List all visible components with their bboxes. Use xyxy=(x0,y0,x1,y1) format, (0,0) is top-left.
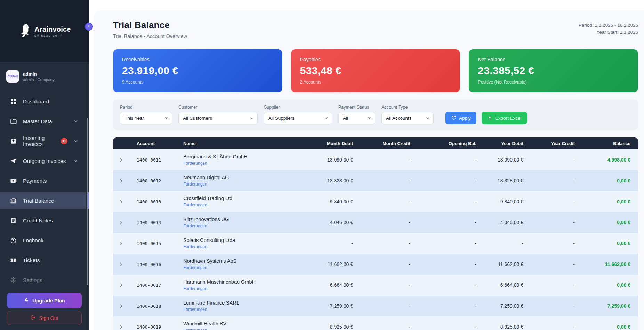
column-header-month-credit: Month Credit xyxy=(353,141,410,146)
sidebar-item-label: Logbook xyxy=(23,237,43,243)
row-expand-button[interactable] xyxy=(113,241,129,246)
filter-value: All Accounts xyxy=(386,116,412,121)
cell-account-type: Forderungen xyxy=(183,265,297,270)
upgrade-plan-button[interactable]: Upgrade Plan xyxy=(7,293,82,308)
download-icon xyxy=(487,115,492,121)
row-expand-button[interactable] xyxy=(113,325,129,329)
avatar: Arainvo BY REAL-SOFT xyxy=(6,70,19,83)
table-row[interactable]: 1400-0012 Neumann Digital AG Forderungen… xyxy=(113,170,638,191)
cell-year-debit: - xyxy=(476,241,523,246)
cell-year-credit: - xyxy=(523,282,575,288)
table-row[interactable]: 1400-0014 Blitz Innovations UG Forderung… xyxy=(113,212,638,233)
column-header-account: Account xyxy=(129,141,175,146)
user-name: admin xyxy=(23,71,55,77)
cell-name: Crossfield Trading Ltd xyxy=(183,196,297,201)
cell-opening-bal: - xyxy=(410,157,476,163)
card-label: Payables xyxy=(300,57,451,62)
cell-year-debit: 7.259,00 € xyxy=(476,303,523,309)
receivables-card: Receivables 23.919,00 € 9 Accounts xyxy=(113,49,282,92)
sidebar-item-logbook[interactable]: Logbook xyxy=(0,232,86,248)
card-value: 23.919,00 € xyxy=(122,65,273,77)
cell-account-type: Forderungen xyxy=(183,286,297,291)
filter-select-customer[interactable]: All Customers xyxy=(178,112,258,124)
sidebar-item-label: Tickets xyxy=(23,257,40,263)
cell-month-debit: - xyxy=(297,241,353,246)
cell-year-debit: 8.925,00 € xyxy=(476,324,523,330)
app-logo: Arainvoice BY REAL-SOFT xyxy=(0,0,89,62)
table-row[interactable]: 1400-0019 Windmill Health BV Forderungen… xyxy=(113,316,638,330)
net-balance-card: Net Balance 23.385,52 € Positive (Net Re… xyxy=(469,49,638,92)
table-row[interactable]: 1400-0018 Lumi├¿re Finance SARL Forderun… xyxy=(113,296,638,316)
table-row[interactable]: 1400-0015 Solaris Consulting Ltda Forder… xyxy=(113,233,638,254)
row-expand-button[interactable] xyxy=(113,199,129,204)
row-expand-button[interactable] xyxy=(113,304,129,308)
payables-card: Payables 533,48 € 2 Accounts xyxy=(291,49,460,92)
sign-out-label: Sign Out xyxy=(39,315,58,321)
cell-year-debit: 6.664,00 € xyxy=(476,282,523,288)
cell-year-credit: - xyxy=(523,261,575,267)
column-header-opening-bal: Opening Bal. xyxy=(410,141,476,146)
user-org: admin - Company xyxy=(23,78,55,82)
cell-account: 1400-0011 xyxy=(129,157,175,163)
page-title: Trial Balance xyxy=(113,20,187,31)
apply-button[interactable]: Apply xyxy=(445,112,476,124)
sidebar: Arainvoice BY REAL-SOFT Arainvo BY REAL-… xyxy=(0,0,89,330)
sidebar-item-payments[interactable]: Payments xyxy=(0,173,86,189)
row-expand-button[interactable] xyxy=(113,158,129,162)
cell-name: Lumi├¿re Finance SARL xyxy=(183,300,297,306)
sidebar-collapse-button[interactable] xyxy=(85,23,93,31)
card-sub: 2 Accounts xyxy=(300,80,451,85)
row-expand-button[interactable] xyxy=(113,220,129,225)
cell-year-debit: 13.090,00 € xyxy=(476,157,523,163)
dashboard-icon xyxy=(10,98,17,105)
sidebar-item-label: Payments xyxy=(23,178,47,184)
cell-opening-bal: - xyxy=(410,220,476,225)
sidebar-item-label: Dashboard xyxy=(23,99,49,104)
main-panel: Trial Balance Trial Balance - Account Ov… xyxy=(94,10,644,330)
filter-select-period[interactable]: This Year xyxy=(120,112,172,124)
sidebar-item-label: Outgoing Invoices xyxy=(23,158,66,164)
cell-balance: 0,00 € xyxy=(575,178,630,183)
sidebar-item-label: Trial Balance xyxy=(23,198,54,204)
column-header-month-debit: Month Debit xyxy=(297,141,353,146)
sidebar-item-trial-balance[interactable]: Trial Balance xyxy=(0,192,86,209)
sidebar-item-dashboard[interactable]: Dashboard xyxy=(0,93,86,109)
row-expand-button[interactable] xyxy=(113,262,129,267)
cell-name: Bergmann & S├Âhne GmbH xyxy=(183,154,297,159)
cell-account-type: Forderungen xyxy=(183,307,297,312)
sidebar-item-credit-notes[interactable]: Credit Notes xyxy=(0,212,86,228)
filter-label-supplier: Supplier xyxy=(264,105,332,110)
column-header-balance: Balance xyxy=(575,141,630,146)
filter-select-account-type[interactable]: All Accounts xyxy=(381,112,434,124)
cell-month-credit: - xyxy=(353,324,410,330)
table-row[interactable]: 1400-0013 Crossfield Trading Ltd Forderu… xyxy=(113,191,638,212)
sidebar-item-tickets[interactable]: Tickets xyxy=(0,252,86,268)
avatar-subtext: BY REAL-SOFT xyxy=(7,77,18,79)
sidebar-item-master-data[interactable]: Master Data xyxy=(0,113,86,129)
bank-icon xyxy=(10,197,17,204)
card-label: Receivables xyxy=(122,57,273,62)
cell-balance: 7.259,00 € xyxy=(575,303,630,309)
user-card[interactable]: Arainvo BY REAL-SOFT admin admin - Compa… xyxy=(0,62,89,90)
cell-account-type: Forderungen xyxy=(183,223,297,228)
cell-year-credit: - xyxy=(523,199,575,204)
cell-month-credit: - xyxy=(353,261,410,267)
cell-balance: 0,00 € xyxy=(575,282,630,288)
cell-account: 1400-0016 xyxy=(129,262,175,267)
table-row[interactable]: 1400-0011 Bergmann & S├Âhne GmbH Forderu… xyxy=(113,149,638,170)
row-expand-button[interactable] xyxy=(113,283,129,288)
export-excel-button[interactable]: Export Excel xyxy=(482,112,527,124)
sidebar-item-outgoing-invoices[interactable]: Outgoing Invoices xyxy=(0,153,86,169)
sign-out-button[interactable]: Sign Out xyxy=(7,311,82,325)
sidebar-scrollbar[interactable] xyxy=(87,118,88,285)
table-row[interactable]: 1400-0016 Nordhavn Systems ApS Forderung… xyxy=(113,254,638,275)
cell-account-type: Forderungen xyxy=(183,182,297,187)
cell-month-debit: 6.664,00 € xyxy=(297,282,353,288)
sidebar-item-incoming-invoices[interactable]: Incoming Invoices 11 xyxy=(0,133,86,149)
filter-select-supplier[interactable]: All Suppliers xyxy=(264,112,332,124)
table-row[interactable]: 1400-0017 Hartmann Maschinenbau GmbH For… xyxy=(113,275,638,296)
card-sub: Positive (Net Receivable) xyxy=(478,80,629,85)
cell-year-credit: - xyxy=(523,220,575,225)
filter-select-payment-status[interactable]: All xyxy=(338,112,375,124)
row-expand-button[interactable] xyxy=(113,179,129,183)
